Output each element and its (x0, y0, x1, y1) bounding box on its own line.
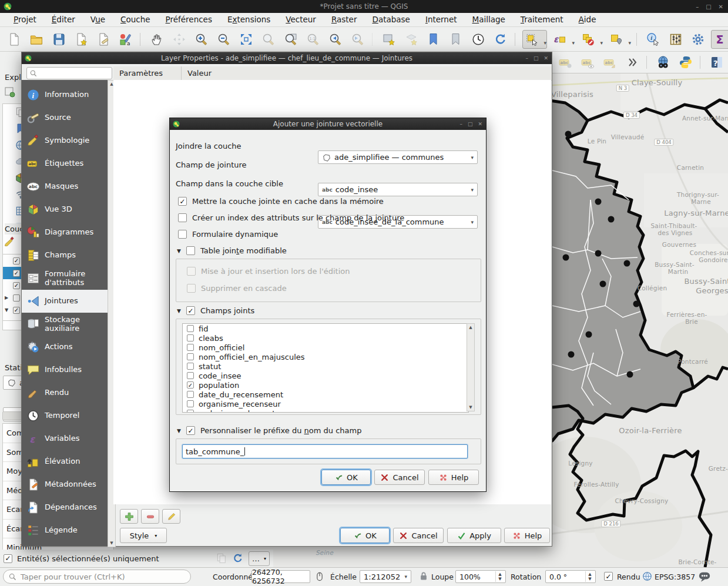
prefix-checkbox[interactable] (186, 426, 195, 435)
crs-globe-icon[interactable] (642, 571, 653, 582)
menu-item[interactable]: Maillage (465, 13, 513, 26)
field-list-item[interactable]: nom_officiel_en_majuscules (183, 352, 468, 361)
scroll-down-icon[interactable]: ▼ (467, 405, 474, 410)
prefix-input[interactable]: tab_commune_ (182, 444, 468, 458)
sidebar-item[interactable]: Temporel (22, 404, 108, 427)
field-list-item[interactable]: date_du_recensement (183, 390, 468, 399)
field-list-item[interactable]: population (183, 380, 468, 390)
field-list-item[interactable]: statut (183, 361, 468, 371)
menu-item[interactable]: Internet (418, 13, 465, 26)
new-3d-map-view-icon[interactable] (402, 30, 421, 49)
new-project-icon[interactable] (5, 30, 24, 49)
style-menu-button[interactable]: Style▾ (120, 528, 167, 543)
menu-item[interactable]: Vue (83, 13, 113, 26)
edit-join-button[interactable] (162, 509, 180, 524)
processing-toolbox-icon[interactable] (689, 30, 707, 49)
metasearch-icon[interactable] (654, 53, 673, 72)
index-checkbox[interactable] (178, 213, 187, 222)
sidebar-item[interactable]: Jointures (22, 290, 108, 313)
field-list-item[interactable]: nom_officiel (183, 343, 468, 352)
cache-checkbox[interactable] (178, 197, 187, 206)
crs-status[interactable]: EPSG:3857 (655, 572, 695, 581)
python-console-icon[interactable] (676, 53, 695, 72)
label-move-icon[interactable] (600, 53, 619, 72)
dialog-maximize-button[interactable]: □ (534, 55, 539, 61)
rotation-spinbox[interactable]: 0.0 °▲▼ (545, 570, 596, 583)
select-by-value-icon[interactable] (607, 30, 632, 49)
selected-only-checkbox[interactable] (4, 554, 12, 563)
zoom-next-icon[interactable] (348, 30, 367, 49)
collapse-triangle-icon[interactable]: ▼ (177, 428, 181, 434)
browser-add-layer-icon[interactable] (4, 86, 15, 100)
label-highlight-icon[interactable] (578, 53, 597, 72)
messages-bubble-icon[interactable] (698, 570, 711, 583)
sidebar-item[interactable]: Élévation (22, 450, 108, 473)
sidebar-item[interactable]: Infobulles (22, 359, 108, 381)
window-maximize-button[interactable]: □ (706, 4, 711, 10)
sidebar-item[interactable]: Variables (22, 427, 108, 450)
sidebar-item[interactable]: Légende (22, 519, 108, 542)
menu-item[interactable]: Raster (324, 13, 365, 26)
sidebar-item[interactable]: Symbologie (22, 129, 108, 152)
copy-statistics-icon[interactable] (216, 552, 227, 564)
sidebar-item[interactable]: Dépendances (22, 496, 108, 519)
window-close-button[interactable]: ✕ (719, 4, 723, 10)
joined-fields-checkbox[interactable] (186, 306, 195, 315)
dialog-minimize-button[interactable]: – (459, 121, 462, 127)
field-list-item[interactable]: cleabs (183, 333, 468, 343)
collapse-triangle-icon[interactable]: ▼ (177, 248, 181, 254)
zoom-full-icon[interactable] (237, 30, 256, 49)
select-by-expression-icon[interactable] (551, 30, 575, 49)
apply-button[interactable]: Apply (447, 528, 501, 543)
joined-fields-list[interactable]: fid cleabs nom_officiel nom_offi (182, 323, 469, 413)
menu-item[interactable]: Vecteur (278, 13, 324, 26)
sidebar-item[interactable]: Information (22, 83, 108, 106)
sidebar-item[interactable]: Champs (22, 244, 108, 267)
deselect-all-icon[interactable] (579, 30, 603, 49)
layout-manager-icon[interactable] (94, 30, 113, 49)
join-field-combo[interactable]: abc code_insee (318, 183, 478, 196)
show-bookmarks-icon[interactable] (447, 30, 465, 49)
save-project-icon[interactable] (49, 30, 68, 49)
spinner-arrows[interactable]: ▲▼ (585, 571, 594, 582)
temporal-controller-icon[interactable] (469, 30, 488, 49)
new-map-view-icon[interactable] (380, 30, 398, 49)
cancel-button[interactable]: Cancel (393, 528, 444, 543)
field-list-item[interactable]: code_insee (183, 371, 468, 380)
sidebar-item[interactable]: Actions (22, 336, 108, 359)
pan-map-icon[interactable] (147, 30, 166, 49)
ok-button[interactable]: OK (340, 528, 390, 543)
menu-item[interactable]: Éditer (44, 13, 83, 26)
style-manager-icon[interactable] (116, 30, 135, 49)
remove-join-button[interactable] (141, 509, 159, 524)
properties-search-input[interactable] (26, 67, 112, 79)
sidebar-item[interactable]: Stockage auxiliaire (22, 313, 108, 336)
ok-button[interactable]: OK (321, 470, 371, 485)
mouse-extent-icon[interactable] (314, 571, 326, 582)
statistics-panel-icon[interactable] (711, 30, 728, 49)
cancel-button[interactable]: Cancel (374, 470, 425, 485)
menu-item[interactable]: Extensions (220, 13, 278, 26)
zoom-to-layer-icon[interactable] (281, 30, 300, 49)
window-minimize-button[interactable]: – (696, 4, 699, 10)
pan-to-selection-icon[interactable] (170, 30, 189, 49)
layers-style-icon[interactable] (4, 236, 15, 250)
menu-item[interactable]: Traitement (513, 13, 571, 26)
identify-features-icon[interactable] (644, 30, 663, 49)
field-list-item[interactable]: code_insee_du_canton (183, 408, 468, 413)
new-bookmark-icon[interactable] (424, 30, 443, 49)
zoom-native-icon[interactable] (304, 30, 323, 49)
new-print-layout-icon[interactable] (72, 30, 90, 49)
editable-table-checkbox[interactable] (186, 246, 195, 255)
spinner-arrows[interactable]: ▲▼ (495, 571, 504, 582)
dialog-maximize-button[interactable]: □ (468, 121, 473, 127)
menu-item[interactable]: Couche (113, 13, 158, 26)
lock-scale-icon[interactable] (418, 571, 429, 581)
fields-list-scrollbar[interactable]: ▲ ▼ (467, 323, 475, 411)
refresh-icon[interactable] (491, 30, 510, 49)
magnifier-spinbox[interactable]: 100%▲▼ (455, 570, 506, 583)
menu-item[interactable]: Aide (571, 13, 604, 26)
menu-item[interactable]: Projet (6, 13, 44, 26)
scroll-up-icon[interactable]: ▲ (467, 325, 474, 330)
collapse-triangle-icon[interactable]: ▼ (177, 308, 181, 314)
